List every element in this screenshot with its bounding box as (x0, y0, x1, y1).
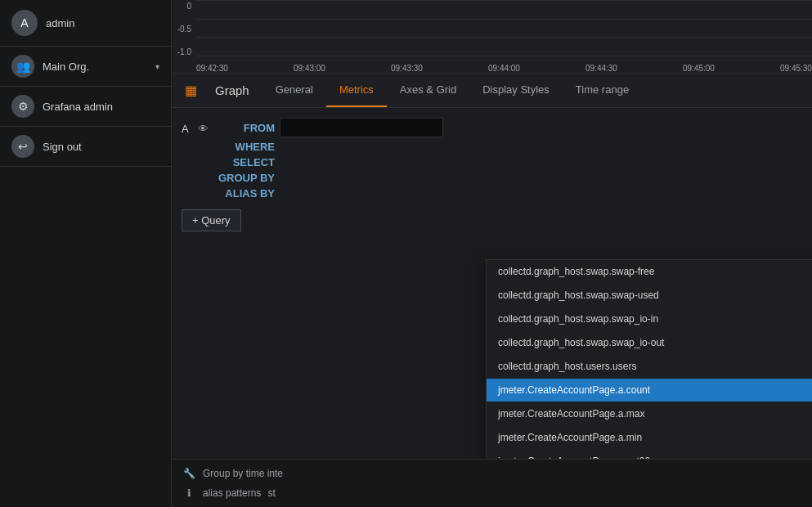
x-label-2: 09:43:30 (391, 64, 423, 73)
x-label-3: 09:44:00 (488, 64, 520, 73)
grid-line (196, 0, 812, 1)
dropdown-item-users-users[interactable]: collectd.graph_host.users.users (487, 355, 812, 379)
grid-line (196, 37, 812, 38)
metric-dropdown: collectd.graph_host.swap.swap-freecollec… (486, 259, 812, 459)
eye-icon[interactable]: 👁 (198, 118, 218, 135)
sidebar-item-label: Main Org. (43, 61, 155, 73)
dropdown-item-jmeter-count[interactable]: jmeter.CreateAccountPage.a.count (487, 379, 812, 402)
tab-time-range[interactable]: Time range (563, 74, 642, 107)
query-row-a: A 👁 FROM WHERE SELECT GROUP BY ALIAS BY (182, 118, 802, 200)
tab-display-styles[interactable]: Display Styles (469, 74, 563, 107)
dropdown-item-swap-used[interactable]: collectd.graph_host.swap.swap-used (487, 284, 812, 307)
query-area: A 👁 FROM WHERE SELECT GROUP BY ALIAS BY (172, 108, 812, 459)
sidebar-username: admin (46, 17, 74, 29)
group-by-line: GROUP BY (218, 172, 802, 184)
graph-icon: ▦ (185, 83, 197, 98)
from-line: FROM (218, 118, 802, 137)
alias-value: st (267, 487, 275, 499)
grid-line (196, 19, 812, 20)
dropdown-item-swap-io-out[interactable]: collectd.graph_host.swap.swap_io-out (487, 331, 812, 355)
from-input[interactable] (280, 118, 443, 137)
chart-area: 0 -0.5 -1.0 09:42:30 09:43:00 09:43:30 0… (172, 0, 812, 74)
tab-axes-grid[interactable]: Axes & Grid (387, 74, 469, 107)
avatar: A (11, 10, 38, 36)
select-keyword: SELECT (218, 156, 275, 168)
y-label-1: -0.5 (172, 25, 195, 34)
alias-by-line: ALIAS BY (218, 187, 802, 200)
select-line: SELECT (218, 156, 802, 168)
x-label-1: 09:43:00 (294, 64, 325, 73)
y-label-2: -1.0 (172, 47, 195, 56)
x-label-5: 09:45:00 (683, 64, 715, 73)
y-label-0: 0 (172, 2, 195, 11)
add-query-button[interactable]: + Query (182, 209, 241, 231)
chart-grid (196, 0, 812, 56)
x-label-0: 09:42:30 (196, 64, 228, 73)
sign-out-icon: ↩ (11, 135, 34, 158)
dropdown-item-jmeter-max[interactable]: jmeter.CreateAccountPage.a.max (487, 402, 812, 426)
tab-metrics[interactable]: Metrics (326, 74, 387, 107)
chevron-down-icon: ▾ (155, 62, 159, 71)
sidebar: A admin 👥 Main Org. ▾ ⚙ Grafana admin ↩ … (0, 0, 172, 507)
sidebar-item-label: Grafana admin (43, 101, 159, 113)
alias-by-keyword: ALIAS BY (218, 187, 275, 200)
dropdown-item-jmeter-min[interactable]: jmeter.CreateAccountPage.a.min (487, 426, 812, 450)
tab-general[interactable]: General (262, 74, 326, 107)
query-builder: FROM WHERE SELECT GROUP BY ALIAS BY (218, 118, 802, 200)
wrench-icon: 🔧 (182, 466, 196, 481)
dropdown-item-jmeter-pct90[interactable]: jmeter.CreateAccountPage.a.pct90 (487, 450, 812, 459)
org-icon: 👥 (11, 55, 34, 78)
chart-x-labels: 09:42:30 09:43:00 09:43:30 09:44:00 09:4… (196, 64, 812, 73)
info-icon: ℹ (182, 486, 196, 500)
sidebar-user: A admin (0, 0, 171, 47)
x-label-6: 09:45:30 (780, 64, 812, 73)
group-by-keyword: GROUP BY (218, 172, 275, 184)
tab-title: Graph (202, 74, 262, 107)
where-keyword: WHERE (218, 141, 275, 153)
from-keyword: FROM (218, 122, 275, 134)
sidebar-item-org[interactable]: 👥 Main Org. ▾ (0, 47, 171, 87)
alias-patterns-row: ℹ alias patterns st (182, 486, 802, 500)
where-line: WHERE (218, 141, 802, 153)
tabs-bar: ▦ Graph General Metrics Axes & Grid Disp… (172, 74, 812, 108)
main-content: 0 -0.5 -1.0 09:42:30 09:43:00 09:43:30 0… (172, 0, 812, 507)
group-by-time-row: 🔧 Group by time inte (182, 466, 802, 481)
group-by-time-label: Group by time inte (203, 468, 283, 479)
sidebar-item-grafana-admin[interactable]: ⚙ Grafana admin (0, 87, 171, 127)
alias-patterns-label: alias patterns (203, 487, 261, 499)
query-letter: A (182, 118, 198, 135)
sidebar-item-label: Sign out (43, 141, 159, 153)
x-label-4: 09:44:30 (585, 64, 617, 73)
dropdown-item-swap-io-in[interactable]: collectd.graph_host.swap.swap_io-in (487, 307, 812, 331)
gear-icon: ⚙ (11, 95, 34, 118)
dropdown-item-swap-free[interactable]: collectd.graph_host.swap.swap-free (487, 260, 812, 284)
chart-y-labels: 0 -0.5 -1.0 (172, 2, 195, 56)
sidebar-item-sign-out[interactable]: ↩ Sign out (0, 127, 171, 167)
grid-line (196, 56, 812, 56)
bottom-rows: 🔧 Group by time inte ℹ alias patterns st (172, 459, 812, 507)
